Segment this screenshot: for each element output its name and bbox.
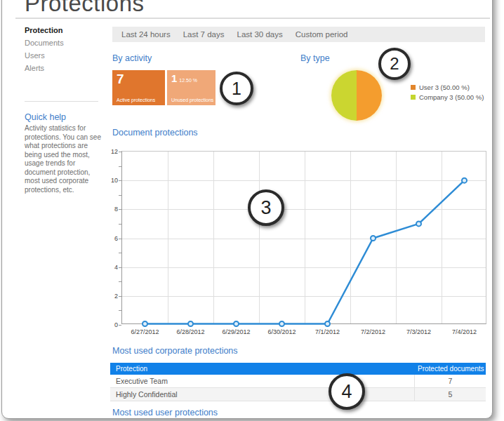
legend-item-user: User 3 (50.00 %): [411, 83, 484, 91]
x-axis-label: 6/27/2012: [123, 328, 168, 335]
y-axis-label: 12: [93, 148, 118, 155]
time-filter-bar: Last 24 hours Last 7 days Last 30 days C…: [112, 27, 485, 42]
y-axis-tick: [119, 296, 121, 297]
y-axis-tick: [119, 152, 121, 152]
page-title: Protections: [25, 0, 145, 17]
y-axis-tick: [119, 180, 121, 181]
active-protections-count: 7: [117, 72, 124, 87]
x-axis-label: 7/2/2012: [351, 328, 396, 335]
sidebar-nav: Protection Documents Users Alerts: [25, 26, 64, 76]
protection-column-header: Protection: [110, 365, 414, 373]
x-axis-label: 6/30/2012: [260, 328, 305, 335]
y-axis-tick: [119, 325, 121, 326]
y-axis-tick: [119, 209, 121, 210]
data-point-marker: [371, 236, 376, 241]
unused-protections-label: Unused protections: [171, 98, 213, 102]
user-protections-heading: Most used user protections: [112, 408, 218, 417]
user-legend-swatch: [411, 85, 416, 90]
quick-help-text: Activity statistics for protections. You…: [25, 124, 103, 194]
unused-protections-percent: 12.50 %: [179, 78, 197, 83]
active-protections-label: Active protections: [117, 98, 155, 102]
quick-help-title: Quick help: [25, 112, 66, 122]
annotation-circle-1: 1: [220, 72, 253, 105]
active-protections-tile: 7 Active protections: [112, 70, 165, 105]
data-point-marker: [279, 321, 284, 326]
table-row: Executive Team 7: [110, 375, 486, 388]
x-axis-label: 6/29/2012: [214, 328, 259, 335]
pie-legend: User 3 (50.00 %) Company 3 (50.00 %): [411, 83, 484, 103]
annotation-circle-4: 4: [329, 373, 365, 410]
y-axis-label: 4: [93, 264, 118, 271]
y-axis-tick: [119, 267, 121, 268]
documents-cell: 5: [414, 388, 486, 401]
tab-custom-period[interactable]: Custom period: [296, 30, 348, 39]
x-axis-label: 7/3/2012: [397, 328, 442, 335]
protection-cell: Highly Confidential: [110, 390, 414, 399]
sidebar-item-alerts[interactable]: Alerts: [25, 64, 64, 72]
tab-last-30-days[interactable]: Last 30 days: [237, 30, 283, 39]
tab-last-24-hours[interactable]: Last 24 hours: [121, 30, 171, 39]
x-axis-label: 7/1/2012: [305, 328, 350, 335]
y-axis-tick: [119, 253, 121, 253]
data-point-marker: [416, 221, 421, 226]
y-axis-tick: [119, 224, 121, 225]
data-point-marker: [142, 321, 147, 326]
y-axis-label: 2: [93, 293, 118, 300]
data-point-marker: [325, 321, 330, 326]
annotation-circle-2: 2: [378, 48, 411, 80]
y-axis-tick: [119, 239, 121, 239]
protection-cell: Executive Team: [110, 377, 414, 385]
y-axis-label: 8: [93, 206, 118, 213]
documents-cell: 7: [414, 375, 486, 387]
line-series: [122, 152, 487, 325]
unused-protections-count: 1: [171, 72, 177, 86]
data-point-marker: [462, 178, 467, 183]
sidebar-divider: [25, 101, 98, 102]
unused-protections-tile: 1 12.50 % Unused protections: [167, 70, 215, 105]
protected-documents-column-header: Protected documents: [414, 365, 486, 373]
data-point-marker: [234, 321, 239, 326]
y-axis-tick: [119, 281, 121, 282]
company-legend-swatch: [411, 95, 416, 100]
company-legend-label: Company 3 (50.00 %): [419, 93, 484, 101]
x-axis-label: 6/28/2012: [168, 328, 213, 335]
document-protections-chart: 0246810126/27/20126/28/20126/29/20126/30…: [121, 151, 486, 324]
table-row: Highly Confidential 5: [110, 388, 486, 401]
sidebar-item-users[interactable]: Users: [25, 51, 64, 60]
by-type-pie-chart: [331, 70, 382, 121]
y-axis-tick: [119, 195, 121, 196]
annotation-circle-3: 3: [248, 189, 284, 226]
y-axis-tick: [119, 166, 121, 167]
by-activity-heading: By activity: [112, 53, 152, 63]
y-axis-label: 6: [93, 235, 118, 242]
title-divider: [15, 18, 490, 19]
tab-last-7-days[interactable]: Last 7 days: [183, 30, 225, 39]
y-axis-label: 0: [93, 321, 118, 328]
by-type-heading: By type: [300, 53, 330, 63]
sidebar-item-documents[interactable]: Documents: [25, 39, 64, 47]
corporate-protections-table: Protection Protected documents Executive…: [110, 363, 486, 401]
data-point-marker: [188, 321, 193, 326]
legend-item-company: Company 3 (50.00 %): [411, 93, 484, 101]
x-axis-label: 7/4/2012: [442, 328, 487, 335]
sidebar-item-protection[interactable]: Protection: [25, 26, 64, 34]
corporate-protections-heading: Most used corporate protections: [112, 346, 238, 356]
y-axis-tick: [119, 310, 121, 311]
document-protections-heading: Document protections: [112, 128, 198, 138]
table-header-row: Protection Protected documents: [110, 363, 486, 375]
y-axis-label: 10: [93, 177, 118, 184]
user-legend-label: User 3 (50.00 %): [419, 83, 470, 91]
